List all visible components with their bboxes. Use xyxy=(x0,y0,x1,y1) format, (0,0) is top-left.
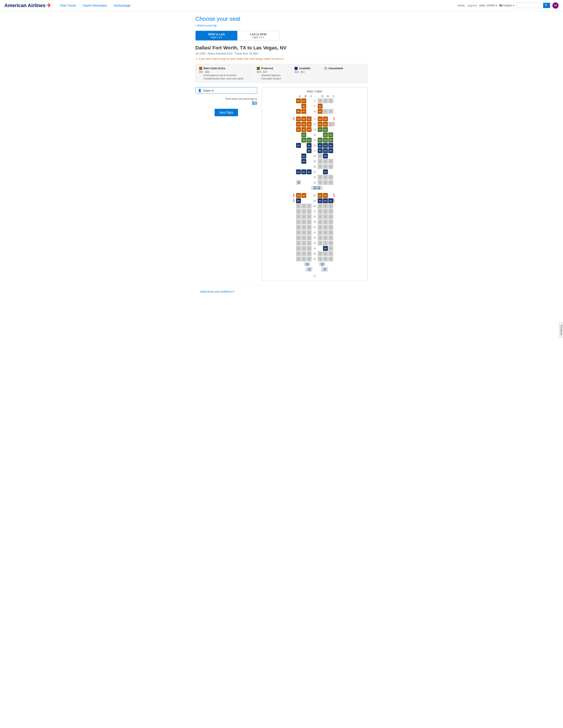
seat-row17-colD[interactable]: $21 xyxy=(318,148,323,153)
seat-row17-colC[interactable]: $21 xyxy=(307,148,312,153)
seat-row9-colB[interactable]: $41 xyxy=(302,104,306,109)
seat-row15-colE[interactable]: $19 xyxy=(323,138,328,143)
seat-row13-colD[interactable]: $19 xyxy=(318,127,323,132)
terms-link[interactable]: Seats terms and conditions ® xyxy=(200,290,234,293)
seat-row25-colF[interactable]: $21 xyxy=(328,198,333,203)
seat-row16-colB xyxy=(302,143,306,148)
seat-row25-colB xyxy=(302,198,306,203)
next-flight-button[interactable]: Next flight xyxy=(214,109,238,116)
seat-row14-colB[interactable]: $19 xyxy=(302,132,306,137)
seat-row25-colE[interactable]: $10 xyxy=(323,198,328,203)
tab-dfw-las[interactable]: DFW to LAS Flight 1 of 2 xyxy=(195,31,237,40)
seat-group-right-8 xyxy=(318,98,333,103)
seat-row19-colE xyxy=(323,159,328,164)
seat-row23-colB xyxy=(302,180,306,185)
seat-row34-colE[interactable]: $10 xyxy=(323,246,328,251)
seat-row24-colA[interactable]: $43 xyxy=(296,193,301,198)
seat-row21-colA[interactable]: $11 xyxy=(296,169,301,174)
seat-group-right-36 xyxy=(318,257,333,261)
seat-row29-colE xyxy=(323,220,328,224)
seat-row15-colB[interactable]: $19 xyxy=(302,138,306,143)
seat-row10-colA[interactable]: $41 xyxy=(296,109,301,114)
seat-group-left-20 xyxy=(296,164,312,169)
seat-group-right-29 xyxy=(318,220,333,224)
seat-row13-colB[interactable]: $41 xyxy=(302,127,306,132)
seat-row-spacer xyxy=(263,191,366,193)
seat-row15-colF[interactable]: $21 xyxy=(328,138,333,143)
home-link[interactable]: Home xyxy=(458,4,465,7)
seat-row24-colF xyxy=(328,193,333,198)
seat-row35-colA xyxy=(296,251,301,256)
seat-row16-colD[interactable]: $21 xyxy=(318,143,323,148)
preferred-bullet1: Standard legroom xyxy=(257,74,281,77)
seat-group-left-31 xyxy=(296,230,312,235)
brand-name: American Airlines xyxy=(4,3,45,8)
user-link[interactable]: Hello, DAWN ▾ xyxy=(479,4,497,7)
tab-las-dfw[interactable]: LAS to DFW Flight 2 of 2 xyxy=(237,31,279,40)
seat-row8-colD xyxy=(318,98,323,103)
exit-left-11: EXIT xyxy=(293,117,296,121)
seat-row11-colD[interactable]: $43 xyxy=(318,116,323,121)
seat-group-right-10: $41 xyxy=(318,109,333,114)
seat-row18-colE[interactable]: $10 xyxy=(323,154,328,158)
seat-row15-colD[interactable]: $21 xyxy=(318,138,323,143)
row-number-19: 19 xyxy=(312,160,318,163)
seat-row12-colE[interactable]: $43 xyxy=(323,122,328,127)
seat-row8-colB[interactable]: $41 xyxy=(302,98,306,103)
seat-row12-colD[interactable]: $43 xyxy=(318,122,323,127)
seat-row21-colB[interactable]: $10 xyxy=(302,169,306,174)
seat-row24-colE[interactable]: $43 xyxy=(323,193,328,198)
seat-row21-colE[interactable]: $10 xyxy=(323,169,328,174)
language-selector[interactable]: 🇺🇸 English ▾ xyxy=(499,4,514,7)
seat-row15-colC[interactable]: $21 xyxy=(307,138,312,143)
seat-group-right-33 xyxy=(318,241,333,246)
seat-row25-colD[interactable]: $10 xyxy=(318,198,323,203)
row-number-15: 15 xyxy=(312,139,318,141)
seat-row11-colB[interactable]: $43 xyxy=(302,116,306,121)
seat-row8-colA[interactable]: $41 xyxy=(296,98,301,103)
seat-row10-colB[interactable]: $41 xyxy=(302,109,306,114)
seat-row16-colC[interactable]: $21 xyxy=(307,143,312,148)
seat-row24-colD[interactable]: $41 xyxy=(318,193,323,198)
aadvantage-circle-button[interactable]: AA xyxy=(552,2,559,9)
seat-row16-colA[interactable]: $21 xyxy=(296,143,301,148)
seat-row14-colF[interactable]: $23 xyxy=(328,132,333,137)
seat-row12-colC[interactable]: $43 xyxy=(307,122,312,127)
nav-plan-travel[interactable]: Plan Travel xyxy=(60,4,76,7)
seat-row10-colD[interactable]: $41 xyxy=(318,109,323,114)
seat-row17-colF[interactable]: $21 xyxy=(328,148,333,153)
seat-row-13: $41$41$4313$19$21 xyxy=(263,127,366,132)
seat-row9-colD[interactable]: $41 xyxy=(318,104,323,109)
seat-row21-colC[interactable]: $11 xyxy=(307,169,312,174)
seat-row31-colF xyxy=(328,230,333,235)
nav-aadvantage[interactable]: AAdvantage xyxy=(114,4,131,7)
seat-row13-colA[interactable]: $41 xyxy=(296,127,301,132)
seat-row16-colE[interactable]: $10 xyxy=(323,143,328,148)
back-link[interactable]: « Back to your trip xyxy=(195,24,368,27)
seat-row12-colA[interactable]: $43 xyxy=(296,122,301,127)
passenger-selector[interactable]: 👤 Dawn G -- -- xyxy=(195,87,257,94)
seat-row14-colE[interactable]: $19 xyxy=(323,132,328,137)
seat-row19-colB[interactable]: $10 xyxy=(302,159,306,164)
login-link[interactable]: Log in ▾ xyxy=(467,4,477,7)
seat-row12-colB[interactable]: $43 xyxy=(302,122,306,127)
seat-row-16: $21$2116$21$10$21 xyxy=(263,143,366,148)
seat-row-11: EXIT$43$43$4311$43$43EXIT xyxy=(263,116,366,121)
seat-row11-colE[interactable]: $43 xyxy=(323,116,328,121)
search-button[interactable]: 🔍 xyxy=(543,3,550,8)
seat-row11-colA[interactable]: $43 xyxy=(296,116,301,121)
seat-row13-colE[interactable]: $21 xyxy=(323,127,328,132)
seat-row18-colB[interactable]: $10 xyxy=(302,154,306,158)
seat-row15-colA xyxy=(296,138,301,143)
seat-row24-colB[interactable]: $43 xyxy=(302,193,306,198)
search-input[interactable] xyxy=(517,3,543,8)
seat-row25-colA[interactable]: $21 xyxy=(296,198,301,203)
seat-row13-colC[interactable]: $43 xyxy=(307,127,312,132)
seat-row16-colF[interactable]: $21 xyxy=(328,143,333,148)
lavatory-row-mid: 🚻 🚻 xyxy=(263,186,366,190)
language-label: English xyxy=(503,4,512,7)
seat-row11-colC[interactable]: $43 xyxy=(307,116,312,121)
nav-travel-info[interactable]: Travel Information xyxy=(82,4,107,7)
seat-row17-colE[interactable]: $10 xyxy=(323,148,328,153)
seat-row30-colD xyxy=(318,225,323,230)
